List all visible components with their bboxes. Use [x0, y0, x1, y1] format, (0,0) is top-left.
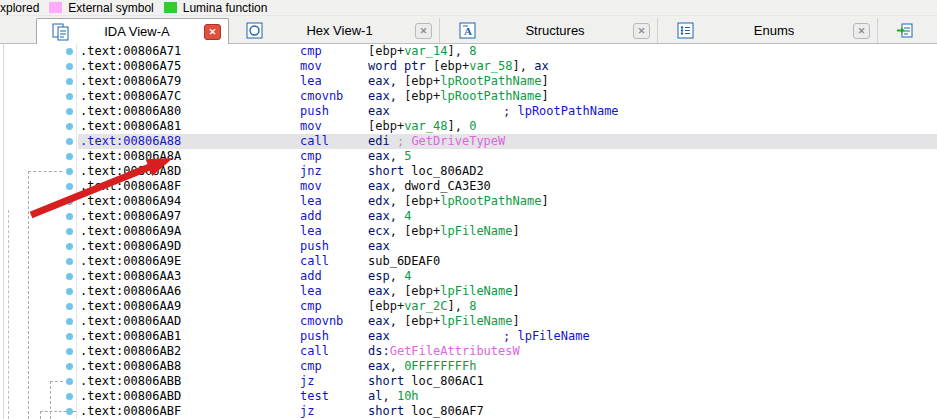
mnemonic[interactable]: cmp — [300, 359, 368, 374]
address[interactable]: .text:00806A94 — [80, 194, 300, 209]
mnemonic[interactable]: cmp — [300, 149, 368, 164]
mnemonic[interactable]: mov — [300, 59, 368, 74]
address[interactable]: .text:00806A97 — [80, 209, 300, 224]
disasm-line[interactable]: .text:00806A71cmp[ebp+var_14], 8 — [78, 44, 937, 59]
operand[interactable]: GetFileAttributesW — [390, 344, 520, 358]
disasm-line[interactable]: .text:00806A94leaedx, [ebp+lpRootPathNam… — [78, 194, 937, 209]
operand[interactable]: lpRootPathName — [440, 89, 541, 103]
disasm-line[interactable]: .text:00806A80pusheax; lpRootPathName — [78, 104, 937, 119]
disasm-line[interactable]: .text:00806A97addeax, 4 — [78, 209, 937, 224]
disasm-line[interactable]: .text:00806A8Fmoveax, dword_CA3E30 — [78, 179, 937, 194]
operand[interactable]: [ebp+ — [368, 299, 404, 313]
disasm-line[interactable]: .text:00806AB2callds:GetFileAttributesW — [78, 344, 937, 359]
operand[interactable]: short — [368, 404, 411, 418]
address[interactable]: .text:00806ABB — [80, 374, 300, 389]
operand[interactable]: lpFileName — [440, 224, 512, 238]
operand[interactable]: GetDriveTypeW — [411, 134, 505, 148]
disasm-line[interactable]: .text:00806A8Djnzshort loc_806AD2 — [78, 164, 937, 179]
operand[interactable]: eax — [368, 104, 390, 118]
operand[interactable]: ], — [513, 59, 535, 73]
address[interactable]: .text:00806A81 — [80, 119, 300, 134]
operand[interactable]: ], — [447, 44, 469, 58]
operand[interactable]: , — [390, 269, 404, 283]
mnemonic[interactable]: test — [300, 389, 368, 404]
operand[interactable]: var_58 — [469, 59, 512, 73]
operand[interactable]: ] — [513, 284, 520, 298]
operand[interactable]: word ptr — [368, 59, 433, 73]
address[interactable]: .text:00806A8A — [80, 149, 300, 164]
operand[interactable]: , [ebp+ — [390, 74, 441, 88]
mnemonic[interactable]: lea — [300, 284, 368, 299]
operand[interactable]: var_48 — [404, 119, 447, 133]
mnemonic[interactable]: lea — [300, 194, 368, 209]
operand[interactable]: 10h — [397, 389, 419, 403]
disasm-line[interactable]: .text:00806A9Aleaecx, [ebp+lpFileName] — [78, 224, 937, 239]
operand[interactable]: lpRootPathName — [440, 194, 541, 208]
operand[interactable]: ; — [390, 134, 412, 148]
operand[interactable]: eax — [368, 284, 390, 298]
operand[interactable]: , — [382, 389, 396, 403]
operand[interactable]: , [ebp+ — [390, 224, 441, 238]
disasm-line[interactable]: .text:00806A75movword ptr [ebp+var_58], … — [78, 59, 937, 74]
operand[interactable]: ] — [541, 194, 548, 208]
operand[interactable]: loc_806AD2 — [411, 164, 483, 178]
disasm-line[interactable]: .text:00806AB8cmpeax, 0FFFFFFFFh — [78, 359, 937, 374]
operand[interactable]: eax — [368, 74, 390, 88]
mnemonic[interactable]: lea — [300, 224, 368, 239]
operand[interactable]: 4 — [404, 269, 411, 283]
disasm-line[interactable]: .text:00806A79leaeax, [ebp+lpRootPathNam… — [78, 74, 937, 89]
operand[interactable]: lpRootPathName — [440, 74, 541, 88]
disassembly-view[interactable]: .text:00806A71cmp[ebp+var_14], 8.text:00… — [0, 44, 937, 419]
operand[interactable]: eax — [368, 359, 390, 373]
mnemonic[interactable]: mov — [300, 119, 368, 134]
tab-ida-view-a[interactable]: IDA View-A ✕ — [36, 18, 229, 44]
operand[interactable]: ], — [447, 119, 469, 133]
address[interactable]: .text:00806A80 — [80, 104, 300, 119]
mnemonic[interactable]: jnz — [300, 164, 368, 179]
mnemonic[interactable]: push — [300, 329, 368, 344]
operand[interactable]: ds: — [368, 344, 390, 358]
mnemonic[interactable]: call — [300, 254, 368, 269]
mnemonic[interactable]: cmovnb — [300, 314, 368, 329]
operand[interactable]: ], — [447, 299, 469, 313]
operand[interactable]: eax — [368, 89, 390, 103]
operand[interactable]: eax — [368, 149, 390, 163]
mnemonic[interactable]: jz — [300, 374, 368, 389]
operand[interactable]: ecx — [368, 224, 390, 238]
disasm-line[interactable]: .text:00806ABDtestal, 10h — [78, 389, 937, 404]
operand[interactable]: lpFileName — [440, 314, 512, 328]
operand[interactable]: , [ebp+ — [390, 194, 441, 208]
address[interactable]: .text:00806AA9 — [80, 299, 300, 314]
operand[interactable]: , [ebp+ — [390, 89, 441, 103]
operand[interactable]: lpFileName — [440, 284, 512, 298]
operand[interactable]: , [ebp+ — [390, 314, 441, 328]
disasm-line[interactable]: .text:00806AA6leaeax, [ebp+lpFileName] — [78, 284, 937, 299]
address[interactable]: .text:00806AA3 — [80, 269, 300, 284]
close-icon[interactable]: ✕ — [415, 23, 432, 39]
disasm-line[interactable]: .text:00806A88calledi ; GetDriveTypeW — [78, 134, 937, 149]
address[interactable]: .text:00806AB8 — [80, 359, 300, 374]
address[interactable]: .text:00806ABF — [80, 404, 300, 419]
disasm-line[interactable]: .text:00806ABBjzshort loc_806AC1 — [78, 374, 937, 389]
address[interactable]: .text:00806AB1 — [80, 329, 300, 344]
disasm-line[interactable]: .text:00806ABFjzshort loc_806AF7 — [78, 404, 937, 419]
address[interactable]: .text:00806A8D — [80, 164, 300, 179]
operand[interactable]: 0 — [469, 119, 476, 133]
operand[interactable]: 0FFFFFFFFh — [404, 359, 476, 373]
address[interactable]: .text:00806A8F — [80, 179, 300, 194]
operand[interactable]: al — [368, 389, 382, 403]
operand[interactable]: ] — [541, 74, 548, 88]
mnemonic[interactable]: add — [300, 209, 368, 224]
operand[interactable]: , — [390, 209, 404, 223]
mnemonic[interactable]: cmp — [300, 44, 368, 59]
mnemonic[interactable]: call — [300, 134, 368, 149]
disasm-line[interactable]: .text:00806A7Ccmovnbeax, [ebp+lpRootPath… — [78, 89, 937, 104]
operand[interactable]: [ebp+ — [368, 44, 404, 58]
tab-structures[interactable]: A Structures ✕ — [444, 18, 658, 43]
address[interactable]: .text:00806A9E — [80, 254, 300, 269]
mnemonic[interactable]: jz — [300, 404, 368, 419]
operand[interactable]: edi — [368, 134, 390, 148]
operand[interactable]: eax — [368, 209, 390, 223]
mnemonic[interactable]: lea — [300, 74, 368, 89]
mnemonic[interactable]: cmp — [300, 299, 368, 314]
